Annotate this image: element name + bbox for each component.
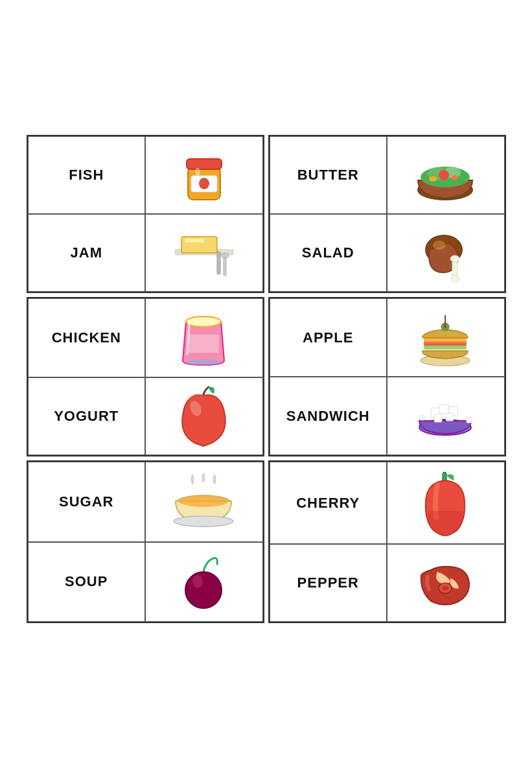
svg-point-5 <box>195 168 200 176</box>
row-0: FISH JAM <box>27 135 264 293</box>
image-sugar-bowl <box>387 377 505 455</box>
row-2: CHICKEN YOGURT <box>27 297 264 456</box>
text-apple: APPLE <box>303 329 353 346</box>
text-jam: JAM <box>71 244 102 261</box>
image-cherry <box>145 542 263 622</box>
svg-rect-37 <box>439 405 448 414</box>
text-salad: SALAD <box>302 244 354 261</box>
svg-point-24 <box>186 316 221 327</box>
food-grid: FISH JAM BUTTER <box>27 135 506 623</box>
svg-point-23 <box>433 241 446 250</box>
text-sandwich: SANDWICH <box>286 408 370 425</box>
image-steak <box>387 544 505 622</box>
svg-point-22 <box>450 276 459 282</box>
label-chicken: CHICKEN <box>28 298 146 377</box>
label-apple: APPLE <box>270 298 387 377</box>
text-butter: BUTTER <box>297 167 359 184</box>
svg-rect-11 <box>224 257 226 276</box>
svg-rect-42 <box>420 416 424 420</box>
svg-point-45 <box>174 516 233 527</box>
text-sugar: SUGAR <box>59 493 113 510</box>
label-butter: BUTTER <box>270 136 387 214</box>
label-sugar: SUGAR <box>28 462 146 542</box>
label-soup: SOUP <box>28 542 146 622</box>
svg-rect-8 <box>185 239 204 243</box>
svg-rect-40 <box>446 413 454 421</box>
label-salad: SALAD <box>270 214 387 292</box>
image-sandwich <box>387 298 505 377</box>
label-pepper: PEPPER <box>270 544 387 622</box>
text-soup: SOUP <box>65 573 108 590</box>
svg-point-16 <box>439 170 449 180</box>
text-cherry: CHERRY <box>296 495 360 512</box>
image-soup-bowl <box>145 462 263 542</box>
image-butter-plate <box>145 214 263 292</box>
label-sandwich: SANDWICH <box>270 377 387 455</box>
svg-rect-9 <box>217 252 220 274</box>
svg-rect-41 <box>467 418 472 423</box>
svg-point-18 <box>452 175 458 180</box>
text-pepper: PEPPER <box>297 574 359 591</box>
image-apple <box>145 377 263 455</box>
label-yogurt: YOGURT <box>28 377 146 455</box>
image-jam-jar <box>145 136 263 214</box>
text-chicken: CHICKEN <box>52 329 121 346</box>
svg-point-26 <box>185 359 222 366</box>
svg-rect-1 <box>187 159 222 169</box>
label-jam: JAM <box>28 214 146 292</box>
svg-rect-31 <box>424 338 467 342</box>
label-fish: FISH <box>28 136 146 214</box>
svg-point-50 <box>442 586 448 591</box>
image-pepper <box>387 462 505 544</box>
svg-point-21 <box>450 255 459 262</box>
text-fish: FISH <box>69 167 104 184</box>
row-4: SUGAR SOUP <box>27 460 264 623</box>
svg-point-17 <box>429 176 437 182</box>
image-yogurt-cup <box>145 298 263 377</box>
page: FISH JAM BUTTER <box>14 109 519 649</box>
svg-point-47 <box>192 575 203 588</box>
image-chicken-leg <box>387 214 505 292</box>
label-cherry: CHERRY <box>270 462 387 544</box>
row-5: CHERRY PEPPER <box>268 460 506 623</box>
row-3: APPLE SANDWICH <box>268 297 506 456</box>
image-salad-bowl <box>387 136 505 214</box>
svg-rect-25 <box>188 335 219 353</box>
text-yogurt: YOGURT <box>54 408 119 425</box>
svg-point-44 <box>179 495 228 507</box>
svg-rect-39 <box>434 414 442 422</box>
row-1: BUTTER SALAD <box>268 135 506 293</box>
svg-point-46 <box>185 572 222 608</box>
svg-rect-34 <box>445 315 446 328</box>
